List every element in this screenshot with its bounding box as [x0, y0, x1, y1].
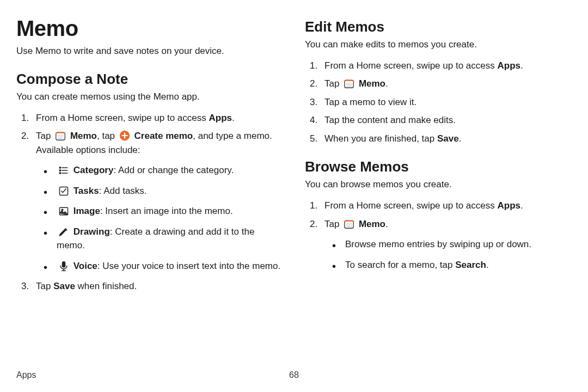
browse-bullet-2: To search for a memo, tap Search. — [340, 258, 572, 272]
svg-point-26 — [349, 80, 350, 81]
svg-point-15 — [59, 170, 60, 171]
svg-point-24 — [346, 80, 347, 81]
memo-icon — [54, 130, 66, 142]
edit-steps: From a Home screen, swipe up to access A… — [305, 59, 572, 146]
edit-heading: Edit Memos — [305, 19, 572, 35]
compose-step-3: Tap Save when finished. — [32, 279, 283, 293]
svg-point-16 — [59, 173, 60, 174]
browse-step-2: Tap Memo. Browse memo entries by swiping… — [320, 217, 572, 272]
svg-point-3 — [60, 132, 62, 133]
voice-icon — [58, 260, 70, 272]
compose-options: Category: Add or change the category. Ta… — [36, 163, 283, 273]
memo-label: Memo — [70, 131, 97, 141]
svg-point-1 — [58, 132, 59, 133]
svg-point-35 — [351, 220, 352, 221]
svg-rect-20 — [63, 262, 65, 267]
svg-rect-23 — [345, 81, 354, 88]
memo-icon — [343, 218, 355, 230]
browse-steps: From a Home screen, swipe up to access A… — [305, 199, 572, 272]
category-icon — [58, 164, 70, 176]
page-title: Memo — [16, 16, 283, 41]
svg-rect-31 — [345, 220, 354, 228]
svg-point-27 — [351, 80, 352, 81]
edit-step-1: From a Home screen, swipe up to access A… — [320, 59, 572, 73]
svg-point-32 — [346, 220, 347, 221]
option-voice: Voice: Use your voice to insert text int… — [51, 259, 283, 273]
apps-label: Apps — [209, 113, 232, 123]
svg-point-2 — [59, 132, 60, 133]
edit-step-3: Tap a memo to view it. — [320, 95, 572, 109]
memo-icon — [343, 77, 355, 89]
svg-rect-0 — [56, 133, 65, 140]
browse-bullets: Browse memo entries by swiping up or dow… — [324, 237, 572, 272]
drawing-icon — [58, 226, 70, 238]
tasks-icon — [58, 185, 70, 197]
option-tasks: Tasks: Add tasks. — [51, 184, 283, 198]
edit-step-5: When you are finished, tap Save. — [320, 132, 572, 146]
footer-section: Apps — [16, 370, 36, 380]
svg-point-34 — [349, 220, 350, 221]
browse-lead: You can browse memos you create. — [305, 179, 572, 191]
option-image: Image: Insert an image into the memo. — [51, 204, 283, 218]
svg-point-33 — [347, 220, 348, 221]
edit-step-2: Tap Memo. — [320, 77, 572, 91]
browse-step-1: From a Home screen, swipe up to access A… — [320, 199, 572, 213]
edit-lead: You can make edits to memos you create. — [305, 39, 572, 51]
svg-point-19 — [62, 210, 63, 211]
compose-heading: Compose a Note — [16, 71, 283, 88]
image-icon — [58, 205, 70, 217]
save-label: Save — [53, 281, 75, 291]
option-category: Category: Add or change the category. — [51, 163, 283, 177]
compose-lead: You can create memos using the Memo app. — [16, 91, 283, 103]
svg-point-14 — [59, 167, 60, 168]
create-memo-icon — [119, 130, 131, 142]
svg-point-25 — [347, 80, 348, 81]
browse-bullet-1: Browse memo entries by swiping up or dow… — [340, 237, 572, 252]
edit-step-4: Tap the content and make edits. — [320, 113, 572, 127]
svg-point-4 — [62, 132, 63, 133]
browse-heading: Browse Memos — [305, 158, 572, 175]
compose-step-1: From a Home screen, swipe up to access A… — [32, 111, 283, 125]
compose-step-2: Tap Memo, tap Create memo, and type a me… — [32, 129, 283, 273]
compose-steps: From a Home screen, swipe up to access A… — [16, 111, 283, 293]
page-number: 68 — [289, 370, 299, 380]
option-drawing: Drawing: Create a drawing and add it to … — [51, 225, 283, 253]
create-memo-label: Create memo — [134, 131, 193, 141]
intro-text: Use Memo to write and save notes on your… — [16, 45, 283, 58]
